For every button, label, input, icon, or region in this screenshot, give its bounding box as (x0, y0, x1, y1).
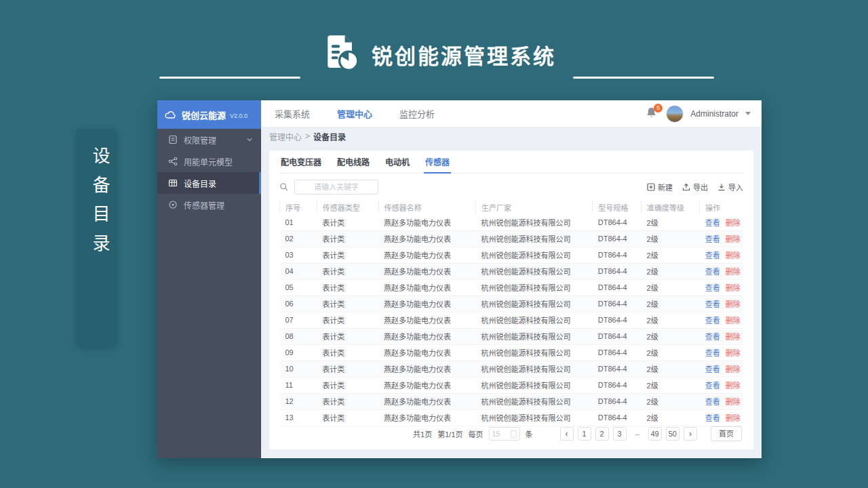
sidebar-item-label: 权限管理 (184, 134, 240, 146)
delete-link[interactable]: 删除 (726, 333, 741, 341)
view-link[interactable]: 查看 (705, 219, 720, 227)
cell-sensor-name: 燕赵多功能电力仪表 (378, 328, 476, 344)
delete-link[interactable]: 删除 (726, 365, 741, 373)
nav-item-collection-system[interactable]: 采集系统 (275, 107, 310, 120)
page-button-49[interactable]: 49 (648, 427, 662, 441)
cell-no: 11 (280, 377, 317, 393)
tab-electric-motor[interactable]: 电动机 (384, 156, 411, 173)
view-link[interactable]: 查看 (705, 300, 720, 308)
document-list-icon (168, 135, 178, 144)
cell-no: 09 (280, 344, 317, 361)
notification-badge: 5 (654, 104, 663, 113)
delete-link[interactable]: 删除 (726, 284, 741, 292)
delete-link[interactable]: 删除 (726, 251, 741, 260)
page-button-1[interactable]: 1 (578, 427, 591, 441)
import-button[interactable]: 导入 (717, 182, 743, 192)
user-menu-caret-icon[interactable] (745, 112, 751, 115)
cell-manufacturer: 杭州锐创能源科技有限公司 (476, 263, 593, 279)
export-arrow-up-icon (682, 183, 690, 191)
cell-model: DT864-4 (593, 328, 642, 344)
delete-link[interactable]: 删除 (726, 219, 741, 227)
page-button-3[interactable]: 3 (613, 427, 627, 441)
sidebar-item-sensor-management[interactable]: 传感器管理 (157, 194, 261, 216)
cell-sensor-name: 燕赵多功能电力仪表 (378, 377, 476, 393)
page-title: 锐创能源管理系统 (372, 39, 556, 70)
page-button-2[interactable]: 2 (595, 427, 609, 441)
cell-no: 05 (280, 279, 317, 296)
username-label[interactable]: Administrator (690, 109, 738, 119)
column-header-accuracy: 准确度等级 (642, 200, 700, 214)
tab-sensor[interactable]: 传感器 (424, 156, 451, 174)
tab-distribution-line[interactable]: 配电线路 (336, 156, 371, 173)
view-link[interactable]: 查看 (705, 349, 720, 357)
cell-sensor-name: 燕赵多功能电力仪表 (378, 344, 476, 361)
sidebar-item-permission-management[interactable]: 权限管理 (157, 129, 261, 150)
nav-item-management-center[interactable]: 管理中心 (337, 107, 372, 120)
view-link[interactable]: 查看 (705, 235, 720, 243)
cell-sensor-name: 燕赵多功能电力仪表 (378, 263, 476, 279)
cell-model: DT864-4 (593, 312, 642, 328)
cell-operations: 查看删除 (700, 328, 743, 344)
prev-page-button[interactable]: ‹ (560, 427, 574, 441)
page-button-50[interactable]: 50 (666, 427, 679, 441)
delete-link[interactable]: 删除 (726, 382, 741, 390)
cell-sensor-type: 表计类 (317, 214, 378, 230)
cell-model: DT864-4 (593, 361, 642, 377)
view-link[interactable]: 查看 (705, 268, 720, 276)
cell-manufacturer: 杭州锐创能源科技有限公司 (476, 230, 593, 247)
cell-operations: 查看删除 (700, 377, 743, 393)
column-header-manufacturer: 生产厂家 (476, 200, 593, 214)
toolbar-actions: 新建 导出 导入 (647, 182, 743, 192)
view-link[interactable]: 查看 (705, 333, 720, 341)
import-button-label: 导入 (728, 182, 743, 192)
top-navigation: 采集系统 管理中心 监控分析 5 Administrator (261, 100, 762, 127)
view-link[interactable]: 查看 (705, 398, 720, 406)
user-avatar[interactable] (666, 105, 684, 123)
cell-no: 06 (280, 296, 317, 312)
cell-accuracy: 2级 (642, 263, 700, 279)
delete-link[interactable]: 删除 (726, 317, 741, 325)
table-header-row: 序号 传感器类型 传感器名称 生产厂家 型号规格 准确度等级 操作 (280, 200, 744, 214)
notification-bell-icon[interactable]: 5 (646, 106, 659, 121)
new-button[interactable]: 新建 (647, 182, 673, 192)
export-button[interactable]: 导出 (682, 182, 708, 192)
sensor-table: 序号 传感器类型 传感器名称 生产厂家 型号规格 准确度等级 操作 01 表计类… (279, 200, 743, 417)
cell-no: 12 (280, 393, 317, 409)
cell-no: 07 (280, 312, 317, 328)
delete-link[interactable]: 删除 (726, 300, 741, 308)
home-page-button[interactable]: 首页 (711, 426, 742, 441)
cell-operations: 查看删除 (700, 247, 743, 263)
tab-distribution-transformer[interactable]: 配电变压器 (279, 156, 323, 173)
search-input[interactable] (294, 180, 378, 195)
view-link[interactable]: 查看 (705, 382, 720, 390)
cell-accuracy: 2级 (642, 279, 700, 296)
main-area: 采集系统 管理中心 监控分析 5 Administrator 管理中心 > 设备… (261, 100, 762, 458)
cell-sensor-type: 表计类 (317, 296, 378, 312)
breadcrumb-parent[interactable]: 管理中心 (269, 131, 302, 142)
sidebar-item-energy-unit-model[interactable]: 用能单元模型 (157, 150, 261, 172)
cell-accuracy: 2级 (642, 328, 700, 344)
cell-sensor-name: 燕赵多功能电力仪表 (378, 361, 476, 377)
cell-operations: 查看删除 (700, 312, 743, 328)
cell-sensor-name: 燕赵多功能电力仪表 (378, 312, 476, 328)
nav-item-monitoring-analysis[interactable]: 监控分析 (399, 107, 435, 120)
view-link[interactable]: 查看 (705, 365, 720, 373)
export-button-label: 导出 (693, 182, 708, 192)
sidebar-item-label: 用能单元模型 (184, 156, 253, 167)
cell-sensor-type: 表计类 (317, 247, 378, 263)
per-page-select[interactable]: 15 (489, 427, 520, 441)
delete-link[interactable]: 删除 (726, 349, 741, 357)
view-link[interactable]: 查看 (705, 284, 720, 292)
cell-manufacturer: 杭州锐创能源科技有限公司 (476, 296, 593, 312)
sidebar-item-device-catalog[interactable]: 设备目录 (157, 172, 261, 194)
view-link[interactable]: 查看 (705, 317, 720, 325)
next-page-button[interactable]: › (684, 427, 697, 441)
delete-link[interactable]: 删除 (726, 398, 741, 406)
view-link[interactable]: 查看 (705, 251, 720, 260)
cell-sensor-type: 表计类 (317, 344, 378, 361)
delete-link[interactable]: 删除 (726, 235, 741, 243)
grid-table-icon (168, 178, 178, 188)
delete-link[interactable]: 删除 (726, 268, 741, 276)
per-page-spinner-icon[interactable] (511, 430, 517, 438)
app-window: 锐创云能源 V2.0.0 权限管理 用能单元模型 设备目录 (157, 100, 762, 458)
